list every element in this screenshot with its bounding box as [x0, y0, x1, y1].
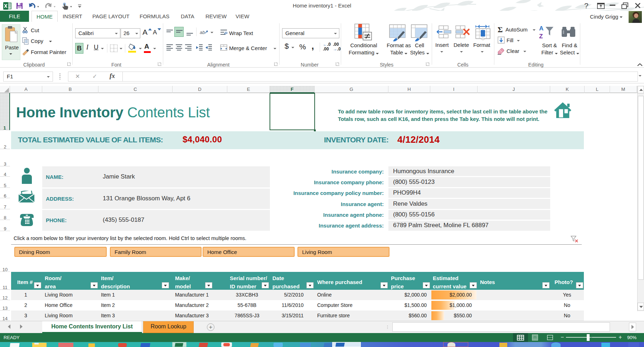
svg-text:A: A — [539, 25, 543, 32]
svg-text:Z: Z — [539, 33, 543, 40]
svg-text:ab: ab — [200, 30, 205, 35]
